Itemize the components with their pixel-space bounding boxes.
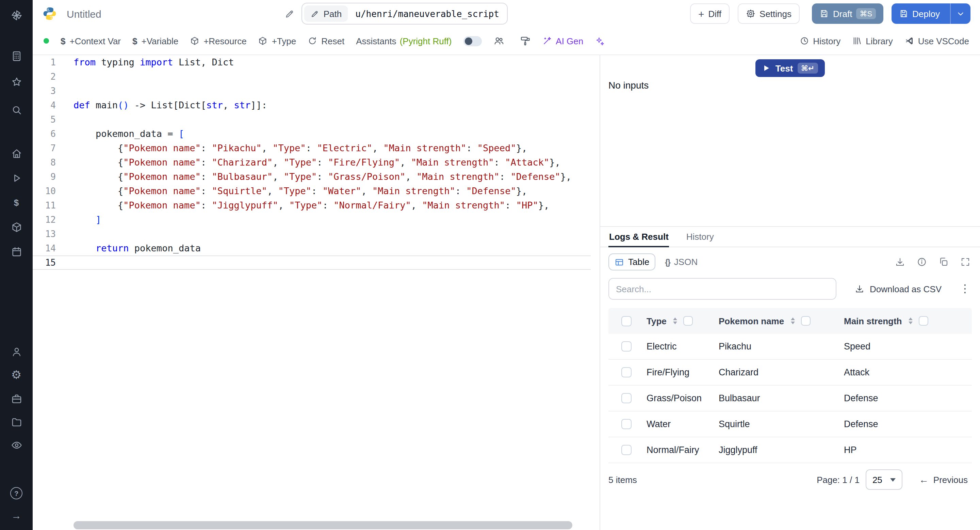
column-checkbox[interactable] — [919, 316, 928, 326]
settings-button[interactable]: Settings — [738, 3, 800, 24]
code-line[interactable]: 8 {"Pokemon name": "Charizard", "Type": … — [33, 155, 591, 170]
code-line[interactable]: 4def main() -> List[Dict[str, str]]: — [33, 98, 591, 112]
info-icon[interactable] — [915, 255, 928, 268]
sparkles-icon[interactable] — [595, 36, 605, 46]
code-line[interactable]: 1from typing import List, Dict — [33, 55, 591, 69]
table-cell: Water — [644, 419, 716, 429]
view-json-button[interactable]: {} JSON — [659, 254, 703, 270]
runs-icon[interactable] — [0, 172, 33, 184]
right-panel: Test ⌘↵ No inputs Logs & Result History … — [600, 55, 980, 530]
dollar-icon: $ — [132, 36, 137, 46]
code-line[interactable]: 14 return pokemon_data — [33, 241, 591, 255]
panel-splitter[interactable] — [591, 55, 600, 530]
copy-result-icon[interactable] — [937, 255, 950, 268]
code-line[interactable]: 13 — [33, 227, 591, 241]
test-button[interactable]: Test ⌘↵ — [756, 59, 824, 77]
code-line[interactable]: 5 — [33, 112, 591, 127]
row-checkbox[interactable] — [621, 367, 631, 377]
sort-icon[interactable] — [908, 318, 913, 324]
line-number: 7 — [33, 141, 56, 155]
sort-icon[interactable] — [791, 318, 795, 324]
diff-button[interactable]: + Diff — [690, 3, 730, 24]
search-input[interactable] — [608, 278, 837, 300]
download-result-icon[interactable] — [894, 255, 907, 268]
edit-summary-pencil-icon[interactable] — [283, 7, 296, 20]
select-all-checkbox[interactable] — [621, 316, 631, 326]
folders-icon[interactable] — [0, 415, 33, 428]
code-line[interactable]: 15 — [33, 255, 591, 270]
table-row[interactable]: ElectricPikachuSpeed — [608, 334, 972, 360]
add-resource-button[interactable]: +Resource — [190, 36, 247, 46]
sort-icon[interactable] — [673, 318, 678, 324]
deploy-button[interactable]: Deploy — [891, 3, 970, 24]
library-button[interactable]: Library — [852, 36, 893, 46]
page-indicator: Page: 1 / 1 — [817, 474, 859, 485]
kebab-menu-icon[interactable]: ⋮ — [958, 283, 972, 294]
code-line[interactable]: 12 ] — [33, 212, 591, 227]
code-line[interactable]: 7 {"Pokemon name": "Pikachu", "Type": "E… — [33, 141, 591, 155]
help-icon[interactable]: ? — [0, 487, 33, 499]
ai-gen-button[interactable]: AI Gen — [542, 36, 583, 46]
previous-page-button[interactable]: ← Previous — [915, 474, 972, 485]
audit-eye-icon[interactable] — [0, 439, 33, 451]
code-line[interactable]: 9 {"Pokemon name": "Bulbasaur", "Type": … — [33, 170, 591, 184]
row-checkbox[interactable] — [621, 393, 631, 403]
table-row[interactable]: Normal/FairyJigglypuffHP — [608, 437, 972, 463]
table-row[interactable]: Fire/FlyingCharizardAttack — [608, 360, 972, 386]
tab-logs-result[interactable]: Logs & Result — [600, 227, 678, 247]
code-line[interactable]: 11 {"Pokemon name": "Jigglypuff", "Type"… — [33, 198, 591, 212]
draft-button[interactable]: Draft ⌘S — [812, 3, 883, 24]
column-checkbox[interactable] — [684, 316, 693, 326]
add-context-var-button[interactable]: $ +Context Var — [60, 36, 121, 46]
reset-button[interactable]: Reset — [308, 36, 344, 46]
users-icon[interactable] — [493, 35, 504, 46]
variables-icon[interactable]: $ — [0, 196, 33, 208]
scrollbar-thumb[interactable] — [73, 521, 572, 529]
table-row[interactable]: Grass/PoisonBulbasaurDefense — [608, 386, 972, 412]
column-header-main-strength[interactable]: Main strength — [844, 316, 902, 326]
resources-icon[interactable] — [0, 221, 33, 233]
expand-sidebar-icon[interactable]: → — [0, 509, 33, 521]
line-number: 3 — [33, 84, 56, 98]
star-icon[interactable] — [0, 76, 33, 88]
tab-history[interactable]: History — [678, 227, 723, 247]
download-csv-button[interactable]: Download as CSV — [851, 283, 946, 295]
user-icon[interactable] — [0, 345, 33, 358]
settings-gear-icon[interactable]: ⚙ — [0, 369, 33, 381]
vscode-button[interactable]: Use VSCode — [904, 36, 969, 46]
page-size-select[interactable]: 25 — [865, 469, 903, 490]
code-line[interactable]: 6 pokemon_data = [ — [33, 127, 591, 141]
format-paint-icon[interactable] — [520, 35, 530, 46]
column-header-type[interactable]: Type — [646, 316, 667, 326]
code-editor[interactable]: 1from typing import List, Dict234def mai… — [33, 55, 591, 530]
view-table-button[interactable]: Table — [608, 254, 655, 270]
schedules-icon[interactable] — [0, 245, 33, 257]
home-icon[interactable] — [0, 147, 33, 160]
add-variable-button[interactable]: $ +Variable — [132, 36, 178, 46]
table-row[interactable]: WaterSquirtleDefense — [608, 412, 972, 437]
apps-icon[interactable] — [0, 50, 33, 62]
table-cell: Normal/Fairy — [644, 445, 716, 455]
code-line[interactable]: 10 {"Pokemon name": "Squirtle", "Type": … — [33, 184, 591, 198]
script-title: Untitled — [67, 8, 102, 19]
column-header-pokemon-name[interactable]: Pokemon name — [719, 316, 784, 326]
column-checkbox[interactable] — [801, 316, 811, 326]
assistants-toggle[interactable] — [463, 36, 482, 46]
row-checkbox[interactable] — [621, 341, 631, 351]
code-line[interactable]: 3 — [33, 84, 591, 98]
row-checkbox[interactable] — [621, 445, 631, 455]
search-icon[interactable] — [0, 104, 33, 116]
path-editor[interactable]: Path u/henri/maneuverable_script — [302, 3, 508, 24]
horizontal-scrollbar[interactable] — [33, 520, 591, 530]
code-line[interactable]: 2 — [33, 69, 591, 84]
add-type-button[interactable]: +Type — [258, 36, 296, 46]
path-chip[interactable]: Path — [305, 5, 348, 22]
deploy-dropdown[interactable] — [950, 3, 970, 24]
windmill-logo-icon[interactable] — [0, 7, 33, 23]
row-checkbox[interactable] — [621, 419, 631, 429]
vscode-icon — [904, 36, 914, 46]
history-button[interactable]: History — [799, 36, 840, 46]
workers-icon[interactable] — [0, 393, 33, 405]
expand-result-icon[interactable] — [959, 255, 972, 268]
items-count: 5 items — [608, 474, 637, 485]
